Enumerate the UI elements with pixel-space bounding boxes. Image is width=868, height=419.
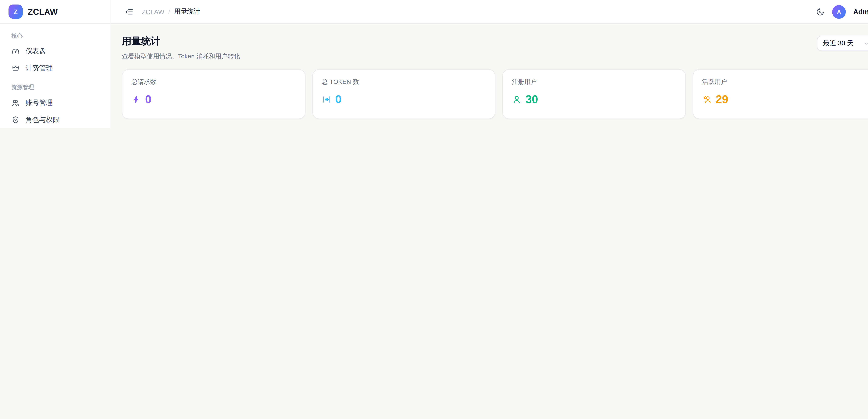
date-range-value: 最近 30 天 (823, 39, 854, 48)
stat-card-2: 注册用户30 (502, 69, 686, 119)
users-icon (11, 98, 20, 107)
topbar: ZCLAW / 用量统计 A Admin (111, 0, 868, 24)
crown-icon (11, 64, 20, 72)
stat-label: 总请求数 (132, 78, 296, 86)
token-width-icon (322, 94, 332, 104)
stat-value-row: 29 (702, 94, 866, 105)
app-title: ZCLAW (28, 7, 58, 16)
breadcrumb-root[interactable]: ZCLAW (142, 8, 164, 15)
breadcrumb-current: 用量统计 (174, 7, 200, 16)
app-logo: Z (8, 4, 23, 19)
page-header: 用量统计 查看模型使用情况、Token 消耗和用户转化 最近 30 天 (122, 35, 868, 61)
avatar[interactable]: A (832, 5, 846, 19)
breadcrumb-separator: / (168, 8, 170, 15)
app-window: Z ZCLAW 核心仪表盘计费管理资源管理账号管理角色与权限模型服务Agent … (0, 0, 868, 128)
nav-group-label: 资源管理 (11, 83, 99, 91)
sidebar-item-label: 计费管理 (26, 63, 53, 73)
sidebar-nav: 核心仪表盘计费管理资源管理账号管理角色与权限模型服务Agent 模板API 密钥… (0, 24, 111, 128)
page-content: 用量统计 查看模型使用情况、Token 消耗和用户转化 最近 30 天 总请求数… (111, 24, 868, 128)
stat-label: 注册用户 (512, 78, 676, 86)
breadcrumb: ZCLAW / 用量统计 (142, 7, 200, 16)
sidebar-item-角色与权限[interactable]: 角色与权限 (7, 111, 104, 128)
user-icon (512, 94, 522, 104)
page-title: 用量统计 (122, 35, 240, 48)
stat-label: 总 TOKEN 数 (322, 78, 486, 86)
bolt-icon (132, 94, 141, 104)
stat-value: 30 (526, 94, 538, 105)
sidebar-item-label: 账号管理 (26, 98, 53, 108)
sidebar-item-模型服务[interactable]: 模型服务 (7, 128, 104, 128)
shield-check-icon (11, 115, 20, 124)
sidebar-item-label: 角色与权限 (26, 115, 60, 124)
date-range-select[interactable]: 最近 30 天 (817, 36, 868, 51)
nav-group: 资源管理账号管理角色与权限模型服务Agent 模板API 密钥知识库行业配置 (7, 83, 104, 128)
nav-group: 核心仪表盘计费管理 (7, 32, 104, 77)
stat-card-1: 总 TOKEN 数0 (312, 69, 495, 119)
stat-value: 0 (335, 94, 341, 105)
sidebar-item-账号管理[interactable]: 账号管理 (7, 94, 104, 111)
user-name[interactable]: Admin (853, 8, 868, 16)
topbar-right: A Admin (816, 5, 868, 19)
stat-value-row: 30 (512, 94, 676, 105)
stat-value: 29 (716, 94, 728, 105)
nav-group-label: 核心 (11, 32, 99, 40)
sidebar-item-仪表盘[interactable]: 仪表盘 (7, 42, 104, 60)
app-logo-row: Z ZCLAW (0, 0, 111, 24)
chevron-down-icon (863, 40, 868, 47)
stat-value-row: 0 (132, 94, 296, 105)
page-subtitle: 查看模型使用情况、Token 消耗和用户转化 (122, 52, 240, 61)
stat-label: 活跃用户 (702, 78, 866, 86)
stat-value-row: 0 (322, 94, 486, 105)
user-active-icon (702, 94, 712, 104)
sidebar-item-计费管理[interactable]: 计费管理 (7, 60, 104, 77)
sidebar: Z ZCLAW 核心仪表盘计费管理资源管理账号管理角色与权限模型服务Agent … (0, 0, 111, 128)
stat-card-3: 活跃用户29 (692, 69, 868, 119)
moon-icon[interactable] (816, 7, 825, 16)
sidebar-item-label: 仪表盘 (26, 46, 46, 56)
gauge-icon (11, 47, 20, 55)
stats-row: 总请求数0总 TOKEN 数0注册用户30活跃用户29 (122, 69, 868, 119)
stat-value: 0 (145, 94, 151, 105)
sidebar-fold-icon[interactable] (125, 7, 134, 16)
main-area: ZCLAW / 用量统计 A Admin 用量统计 查看模型使用情况、Token… (111, 0, 868, 128)
stat-card-0: 总请求数0 (122, 69, 305, 119)
